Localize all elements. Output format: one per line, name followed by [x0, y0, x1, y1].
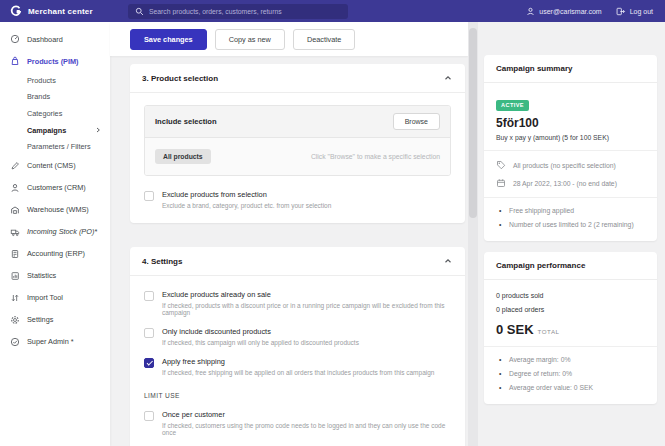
chevron-up-icon[interactable] — [443, 256, 453, 266]
product-selection-section: 3. Product selection Include selection B… — [130, 64, 465, 223]
summary-products-text: All products (no specific selection) — [513, 162, 616, 169]
browse-hint-text: Click "Browse" to make a specific select… — [311, 153, 440, 160]
checkbox-help: If checked, free shipping will be applie… — [162, 369, 434, 376]
apply-free-shipping-row: Apply free shipping If checked, free shi… — [144, 357, 451, 376]
main-content: Save changes Copy as new Deactivate 3. P… — [110, 22, 468, 446]
sidebar-item-label: Import Tool — [27, 293, 63, 302]
sidebar-item-label: Campaigns — [27, 126, 66, 135]
topbar: Merchant center user@carismar.com Log ou… — [0, 0, 665, 22]
apply-free-shipping-checkbox[interactable] — [144, 358, 154, 368]
sidebar-item-settings[interactable]: Settings — [0, 309, 110, 331]
exclude-on-sale-row: Exclude products already on sale If chec… — [144, 290, 451, 316]
only-discounted-checkbox[interactable] — [144, 328, 154, 338]
search-input[interactable] — [149, 8, 341, 15]
sidebar-item-label: Products — [27, 76, 56, 85]
sidebar-item-label: Content (CMS) — [27, 161, 76, 170]
sidebar-item-products-pim[interactable]: Products (PIM) — [0, 50, 110, 72]
sidebar-item-campaigns[interactable]: Campaigns — [0, 122, 110, 139]
gear-icon — [10, 315, 20, 325]
calendar-icon — [496, 178, 506, 188]
sidebar-item-parameters-filters[interactable]: Parameters / Filters — [0, 138, 110, 155]
save-changes-button[interactable]: Save changes — [130, 29, 207, 50]
truck-icon — [10, 227, 20, 237]
summary-products-row: All products (no specific selection) — [496, 160, 645, 170]
campaign-summary-title: Campaign summary — [484, 55, 657, 83]
checkbox-label: Once per customer — [162, 410, 451, 419]
user-menu[interactable]: user@carismar.com — [526, 7, 601, 16]
performance-bullet: Average margin: 0% — [496, 356, 645, 363]
action-bar: Save changes Copy as new Deactivate — [110, 22, 468, 56]
sidebar-item-label: Settings — [27, 315, 53, 324]
settings-section: 4. Settings Exclude products already on … — [130, 247, 465, 446]
sidebar-item-import-tool[interactable]: Import Tool — [0, 287, 110, 309]
sidebar-item-content-cms[interactable]: Content (CMS) — [0, 155, 110, 177]
total-amount: 0 SEK — [496, 322, 534, 337]
exclude-products-checkbox[interactable] — [144, 191, 154, 201]
checkbox-label: Apply free shipping — [162, 357, 434, 366]
sidebar-item-label: Super Admin * — [27, 337, 74, 346]
app-root: Merchant center user@carismar.com Log ou… — [0, 0, 665, 446]
chevron-up-icon[interactable] — [443, 73, 453, 83]
deactivate-button[interactable]: Deactivate — [293, 29, 355, 50]
sidebar-item-products[interactable]: Products — [0, 72, 110, 89]
shield-check-icon — [10, 337, 20, 347]
brand[interactable]: Merchant center — [0, 5, 110, 17]
campaign-name: 5för100 — [496, 116, 645, 130]
campaign-performance-title: Campaign performance — [484, 252, 657, 280]
sidebar-item-label: Incoming Stock (PO)* — [27, 227, 97, 236]
checkbox-label: Only include discounted products — [162, 327, 359, 336]
checkbox-label: Exclude products already on sale — [162, 290, 451, 299]
summary-bullet: Free shipping applied — [496, 207, 645, 214]
shopping-bag-icon — [10, 56, 20, 66]
logout-button[interactable]: Log out — [616, 7, 653, 16]
status-badge: ACTIVE — [496, 100, 529, 111]
sidebar-item-warehouse-wms[interactable]: Warehouse (WMS) — [0, 199, 110, 221]
dashboard-icon — [10, 34, 20, 44]
sidebar-item-accounting-erp[interactable]: Accounting (ERP) — [0, 243, 110, 265]
include-selection-title: Include selection — [155, 117, 217, 126]
person-icon — [10, 183, 20, 193]
section-title: 3. Product selection — [142, 74, 218, 83]
scrollbar-thumb[interactable] — [469, 28, 477, 218]
include-selection-box: Include selection Browse All products Cl… — [144, 105, 451, 176]
product-selection-header[interactable]: 3. Product selection — [130, 64, 465, 93]
brand-name: Merchant center — [28, 7, 93, 16]
sidebar-item-label: Accounting (ERP) — [27, 249, 85, 258]
campaign-type: Buy x pay y (amount) (5 for 100 SEK) — [496, 134, 645, 141]
campaign-summary-card: Campaign summary ACTIVE 5för100 Buy x pa… — [484, 55, 657, 241]
right-panel: Campaign summary ACTIVE 5för100 Buy x pa… — [478, 22, 665, 446]
chevron-right-icon — [94, 126, 102, 134]
copy-as-new-button[interactable]: Copy as new — [215, 29, 285, 50]
all-products-chip[interactable]: All products — [155, 149, 211, 164]
products-sold: 0 products sold — [496, 292, 645, 299]
calculator-icon — [10, 249, 20, 259]
settings-header[interactable]: 4. Settings — [130, 247, 465, 276]
limit-use-heading: LIMIT USE — [144, 392, 451, 399]
sidebar-item-incoming-stock-po[interactable]: Incoming Stock (PO)* — [0, 221, 110, 243]
sidebar-item-label: Warehouse (WMS) — [27, 205, 89, 214]
performance-bullet: Degree of return: 0% — [496, 370, 645, 377]
pen-icon — [10, 161, 20, 171]
sidebar-item-label: Customers (CRM) — [27, 183, 86, 192]
sidebar-item-statistics[interactable]: Statistics — [0, 265, 110, 287]
user-email: user@carismar.com — [539, 8, 601, 15]
sidebar-item-categories[interactable]: Categories — [0, 105, 110, 122]
logout-label: Log out — [630, 8, 653, 15]
sidebar-item-brands[interactable]: Brands — [0, 89, 110, 106]
sidebar-item-customers-crm[interactable]: Customers (CRM) — [0, 177, 110, 199]
sidebar-item-super-admin[interactable]: Super Admin * — [0, 331, 110, 353]
exclude-on-sale-checkbox[interactable] — [144, 291, 154, 301]
sidebar-products-subnav: Products Brands Categories Campaigns Par… — [0, 72, 110, 155]
sidebar-item-label: Statistics — [27, 271, 56, 280]
once-per-customer-checkbox[interactable] — [144, 411, 154, 421]
main-scrollbar[interactable] — [468, 22, 478, 446]
performance-bullet-list: Average margin: 0% Degree of return: 0% … — [496, 356, 645, 391]
global-search[interactable] — [128, 4, 348, 19]
sidebar-item-dashboard[interactable]: Dashboard — [0, 28, 110, 50]
checkbox-help: If checked, products with a discount pri… — [162, 302, 451, 316]
browse-button[interactable]: Browse — [393, 113, 440, 130]
import-arrows-icon — [10, 293, 20, 303]
checkbox-help: If checked, customers using the promo co… — [162, 422, 451, 436]
logout-icon — [616, 7, 626, 16]
performance-bullet: Average order value: 0 SEK — [496, 384, 645, 391]
